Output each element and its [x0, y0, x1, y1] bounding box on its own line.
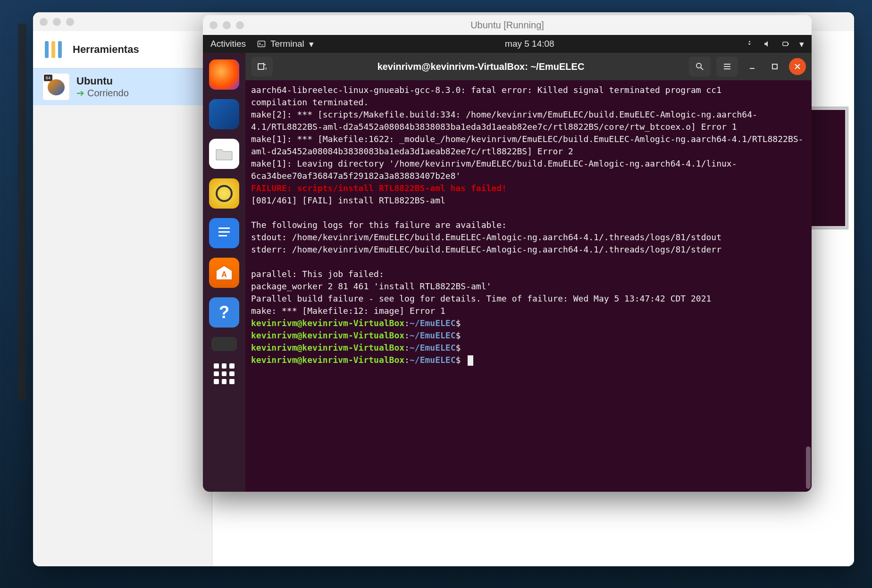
terminal-prompt-line: kevinrivm@kevinrivm-VirtualBox:~/EmuELEC…	[251, 354, 806, 366]
running-arrow-icon: ➔	[76, 87, 84, 99]
terminal-menu-button[interactable]	[716, 57, 738, 76]
svg-rect-8	[216, 223, 233, 244]
terminal-maximize-button[interactable]	[766, 58, 783, 75]
prompt-path: ~/EmuELEC	[410, 318, 456, 328]
activities-button[interactable]: Activities	[210, 39, 246, 49]
battery-icon	[781, 40, 790, 48]
vm-list-item-ubuntu[interactable]: 64 Ubuntu ➔ Corriendo	[33, 68, 212, 105]
dock-show-apps-icon[interactable]	[211, 361, 237, 387]
terminal-output-line: package_worker 2 81 461 'install RTL8822…	[251, 280, 806, 293]
dock-files-icon[interactable]	[209, 139, 239, 169]
volume-icon	[763, 40, 772, 48]
svg-rect-2	[58, 41, 62, 58]
vm-status: Corriendo	[87, 88, 129, 99]
terminal-output-line: parallel: This job failed:	[251, 268, 806, 280]
gnome-topbar-left: Activities Terminal ▾	[210, 39, 314, 50]
dock-libreoffice-writer-icon[interactable]	[209, 218, 239, 248]
chevron-down-icon: ▾	[309, 39, 314, 50]
gnome-topbar-right[interactable]: ▾	[746, 39, 804, 50]
svg-rect-1	[51, 41, 55, 58]
prompt-user-host: kevinrivm@kevinrivm-VirtualBox	[251, 355, 404, 365]
vm-preview-content	[806, 110, 845, 226]
svg-rect-5	[258, 41, 265, 47]
svg-text:+: +	[265, 66, 267, 71]
terminal-new-tab-button[interactable]: +	[251, 57, 273, 76]
prompt-colon: :	[404, 318, 410, 328]
svg-text:A: A	[221, 270, 227, 278]
svg-rect-13	[258, 64, 264, 69]
ubuntu-dock: A ?	[203, 53, 245, 492]
prompt-path: ~/EmuELEC	[410, 355, 456, 365]
terminal-cursor	[468, 355, 473, 366]
vbox-sidebar: Herramientas 64 Ubuntu ➔ Corriendo	[33, 31, 212, 566]
terminal-output-line: The following logs for this failure are …	[251, 219, 806, 231]
gnome-app-name: Terminal	[270, 39, 304, 49]
prompt-path: ~/EmuELEC	[410, 343, 456, 353]
prompt-colon: :	[404, 355, 410, 365]
prompt-colon: :	[404, 343, 410, 353]
terminal-output-line: make[2]: *** [scripts/Makefile.build:334…	[251, 109, 806, 133]
vm-name: Ubuntu	[76, 75, 129, 87]
terminal-search-button[interactable]	[689, 57, 711, 76]
tools-icon	[42, 38, 65, 61]
prompt-user-host: kevinrivm@kevinrivm-VirtualBox	[251, 343, 404, 353]
dock-help-icon[interactable]: ?	[209, 297, 239, 328]
dock-thunderbird-icon[interactable]	[209, 99, 239, 129]
ubuntu-vm-window: Ubuntu [Running] Activities Terminal ▾ m…	[203, 15, 812, 492]
prompt-colon: :	[404, 330, 410, 340]
terminal-output-line: FAILURE: scripts/install RTL8822BS-aml h…	[251, 182, 806, 194]
terminal-output-line: Parallel build failure - see log for det…	[251, 293, 806, 305]
vbox-tools-item[interactable]: Herramientas	[33, 31, 212, 68]
gnome-terminal-window: + kevinrivm@kevinrivm-VirtualBox: ~/EmuE…	[245, 53, 812, 492]
terminal-prompt-line: kevinrivm@kevinrivm-VirtualBox:~/EmuELEC…	[251, 317, 806, 329]
vbox-tools-label: Herramientas	[73, 43, 139, 56]
svg-point-15	[696, 63, 701, 68]
svg-rect-9	[218, 227, 230, 229]
svg-rect-11	[218, 235, 227, 236]
terminal-output-line	[251, 207, 806, 219]
gnome-topbar: Activities Terminal ▾ may 5 14:08 ▾	[203, 35, 812, 53]
gnome-active-app[interactable]: Terminal ▾	[257, 39, 314, 50]
prompt-user-host: kevinrivm@kevinrivm-VirtualBox	[251, 318, 404, 328]
dock-firefox-icon[interactable]	[209, 59, 239, 90]
prompt-dollar: $	[456, 343, 461, 353]
terminal-output-line: make[1]: *** [Makefile:1622: _module_/ho…	[251, 133, 806, 158]
terminal-output-line: compilation terminated.	[251, 96, 806, 109]
prompt-path: ~/EmuELEC	[410, 330, 456, 340]
ubuntu-swirl-icon	[48, 79, 65, 95]
vm-text-block: Ubuntu ➔ Corriendo	[76, 75, 129, 99]
gnome-datetime[interactable]: may 5 14:08	[314, 39, 746, 49]
dock-rhythmbox-icon[interactable]	[209, 178, 239, 209]
svg-rect-16	[772, 64, 777, 69]
svg-rect-7	[788, 43, 789, 45]
terminal-output-line: make: *** [Makefile:12: image] Error 1	[251, 305, 806, 317]
ubuntu-window-title: Ubuntu [Running]	[203, 20, 812, 31]
terminal-output-line: stdout: /home/kevinrivm/EmuELEC/build.Em…	[251, 231, 806, 244]
chevron-down-icon: ▾	[799, 39, 804, 50]
terminal-title: kevinrivm@kevinrivm-VirtualBox: ~/EmuELE…	[278, 61, 683, 72]
ubuntu-desktop: A ? + kevinrivm@kevinrivm-VirtualBox: ~/…	[203, 53, 812, 492]
terminal-minimize-button[interactable]	[744, 58, 761, 75]
terminal-prompt-line: kevinrivm@kevinrivm-VirtualBox:~/EmuELEC…	[251, 329, 806, 342]
terminal-output-line: stderr: /home/kevinrivm/EmuELEC/build.Em…	[251, 244, 806, 256]
svg-rect-0	[45, 41, 49, 58]
terminal-close-button[interactable]	[789, 58, 806, 75]
svg-rect-6	[783, 42, 788, 46]
prompt-dollar: $	[456, 318, 461, 328]
network-icon	[746, 40, 754, 48]
prompt-dollar: $	[456, 355, 466, 365]
terminal-output-line: aarch64-libreelec-linux-gnueabi-gcc-8.3.…	[251, 84, 806, 96]
svg-rect-10	[218, 231, 230, 233]
prompt-user-host: kevinrivm@kevinrivm-VirtualBox	[251, 330, 404, 340]
terminal-output-line: make[1]: Leaving directory '/home/kevinr…	[251, 158, 806, 182]
ubuntu-mac-titlebar: Ubuntu [Running]	[203, 15, 812, 35]
terminal-app-icon	[257, 40, 266, 48]
vm-status-row: ➔ Corriendo	[76, 87, 129, 99]
terminal-body[interactable]: aarch64-libreelec-linux-gnueabi-gcc-8.3.…	[245, 80, 812, 492]
background-dock	[18, 24, 26, 401]
vm-os-icon: 64	[42, 73, 70, 101]
dock-multitask-icon[interactable]	[211, 337, 237, 351]
terminal-headerbar: + kevinrivm@kevinrivm-VirtualBox: ~/EmuE…	[245, 53, 812, 80]
terminal-scrollbar[interactable]	[806, 446, 811, 489]
dock-ubuntu-software-icon[interactable]: A	[209, 258, 239, 288]
